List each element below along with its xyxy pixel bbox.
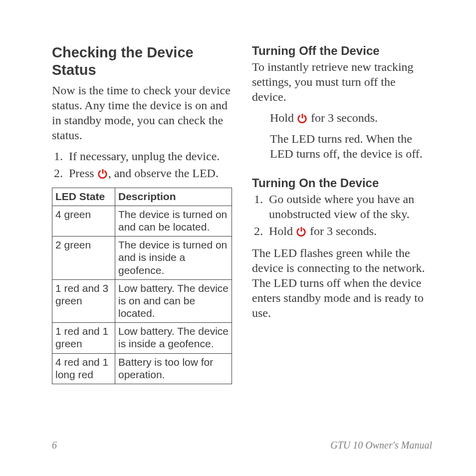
step-on-2-text-a: Hold [269, 225, 296, 238]
step-on-1: Go outside where you have an unobstructe… [266, 192, 432, 222]
left-column: Checking the Device Status Now is the ti… [52, 44, 232, 384]
page-number: 6 [52, 440, 57, 451]
table-row: 1 red and 1 green Low battery. The devic… [52, 323, 232, 353]
step-2-text-a: Press [69, 167, 97, 180]
th-led-state: LED State [52, 188, 115, 206]
cell-desc: Low battery. The device is inside a geof… [115, 323, 232, 353]
table-row: 4 green The device is turned on and can … [52, 206, 232, 236]
hold-text-a: Hold [270, 111, 297, 124]
manual-page: Checking the Device Status Now is the ti… [0, 0, 476, 384]
table-row: 1 red and 3 green Low battery. The devic… [52, 279, 232, 323]
cell-desc: The device is turned on and can be locat… [115, 206, 232, 236]
hold-instruction-off: Hold for 3 seconds. [270, 110, 432, 125]
table-row: 4 red and 1 long red Battery is too low … [52, 353, 232, 384]
steps-turning-on: Go outside where you have an unobstructe… [252, 192, 432, 238]
step-on-2: Hold for 3 seconds. [266, 224, 432, 238]
heading-checking-status: Checking the Device Status [52, 44, 232, 79]
cell-state: 1 red and 1 green [52, 323, 115, 353]
table-row: 2 green The device is turned on and is i… [52, 237, 232, 280]
th-description: Description [115, 188, 232, 206]
heading-turning-on: Turning On the Device [252, 176, 432, 191]
manual-title: GTU 10 Owner's Manual [330, 440, 432, 451]
cell-state: 2 green [52, 237, 115, 280]
power-icon [296, 226, 307, 237]
cell-state: 4 green [52, 206, 115, 236]
step-on-2-text-b: for 3 seconds. [307, 225, 377, 238]
step-2-text-b: , and observe the LED. [108, 167, 219, 180]
step-2: Press , and observe the LED. [66, 166, 232, 181]
heading-turning-off: Turning Off the Device [252, 44, 432, 58]
page-footer: 6 GTU 10 Owner's Manual [52, 440, 432, 451]
power-icon [97, 168, 108, 179]
cell-desc: Battery is too low for operation. [115, 353, 232, 384]
intro-checking-status: Now is the time to check your device sta… [52, 83, 232, 143]
cell-state: 4 red and 1 long red [52, 353, 115, 384]
led-state-table: LED State Description 4 green The device… [52, 188, 232, 384]
cell-desc: Low battery. The device is on and can be… [115, 279, 232, 323]
result-off: The LED turns red. When the LED turns of… [270, 131, 432, 161]
hold-text-b: for 3 seconds. [308, 111, 378, 124]
intro-turning-off: To instantly retrieve new tracking setti… [252, 59, 432, 104]
after-turning-on: The LED flashes green while the device i… [252, 245, 432, 320]
cell-desc: The device is turned on and is inside a … [115, 237, 232, 280]
power-icon [297, 113, 308, 124]
right-column: Turning Off the Device To instantly retr… [252, 44, 432, 384]
step-1: If necessary, unplug the device. [66, 149, 232, 164]
cell-state: 1 red and 3 green [52, 279, 115, 323]
steps-checking-status: If necessary, unplug the device. Press ,… [52, 149, 232, 181]
